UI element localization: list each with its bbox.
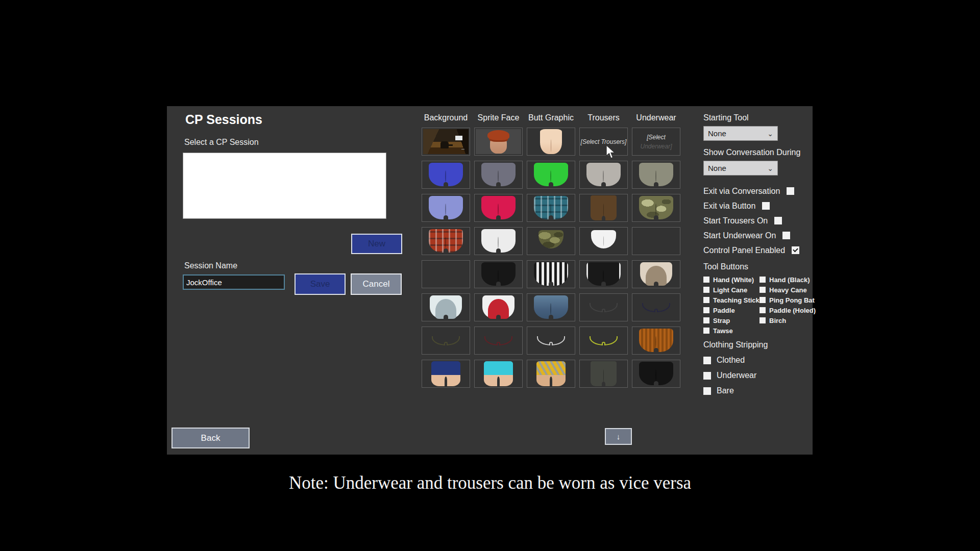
grid-cell-r7-c1[interactable] <box>422 327 470 355</box>
clothing-row-bare: Bare <box>703 383 815 398</box>
save-button[interactable]: Save <box>295 273 346 295</box>
checkbox-exit-via-button[interactable] <box>762 202 770 210</box>
clothing-label: Clothed <box>717 356 745 365</box>
grid-cell-r6-c1[interactable] <box>422 293 470 321</box>
grid-cell-r7-c5[interactable] <box>632 327 680 355</box>
grid-cell-r8-c5[interactable] <box>632 360 680 388</box>
checkbox-heavy-cane[interactable] <box>760 287 766 293</box>
checkbox-paddle[interactable] <box>703 307 709 313</box>
tool-label: Strap <box>713 317 730 324</box>
grid-cell-r4-c4[interactable] <box>579 227 628 255</box>
checkbox-clothed[interactable] <box>703 357 711 364</box>
option-label: Start Trousers On <box>703 216 768 226</box>
option-row-start-trousers-on: Start Trousers On <box>703 213 815 228</box>
grid-cell-r4-c3[interactable] <box>527 227 575 255</box>
cancel-button[interactable]: Cancel <box>351 273 402 295</box>
checkbox-birch[interactable] <box>760 317 766 323</box>
black-track-trousers-thumbnail <box>586 262 621 286</box>
session-listbox[interactable] <box>183 153 386 219</box>
grid-column-headers: BackgroundSprite FaceButt GraphicTrouser… <box>422 113 680 122</box>
grid-cell-r1-c1[interactable] <box>422 128 470 156</box>
grid-cell-r5-c5[interactable] <box>632 260 680 288</box>
new-button[interactable]: New <box>351 234 402 254</box>
checkbox-bare[interactable] <box>703 387 711 395</box>
checkbox-exit-via-conversation[interactable] <box>787 187 794 195</box>
grid-cell-r6-c4[interactable] <box>579 293 628 321</box>
cream-jock-thumbnail <box>640 262 672 286</box>
checkbox-hand-black[interactable] <box>760 277 766 283</box>
grid-cell-r3-c3[interactable] <box>527 194 575 222</box>
checkbox-start-trousers-on[interactable] <box>774 217 782 224</box>
checkbox-ping-pong-bat[interactable] <box>760 297 766 303</box>
grid-cell-r2-c4[interactable] <box>579 161 628 189</box>
grid-cell-r5-c4[interactable] <box>579 260 628 288</box>
checkbox-start-underwear-on[interactable] <box>782 232 790 239</box>
down-arrow-icon: ↓ <box>617 432 621 441</box>
select-session-label: Select a CP Session <box>184 138 259 147</box>
white-shorts-thumbnail <box>481 229 516 253</box>
tool-label: Paddle <box>713 307 735 314</box>
checkbox-tawse[interactable] <box>703 328 709 334</box>
grid-cell-r2-c3[interactable] <box>527 161 575 189</box>
grid-cell-r1-c2[interactable] <box>474 128 523 156</box>
grid-cell-r8-c4[interactable] <box>579 360 628 388</box>
grid-cell-r1-c4[interactable]: [Select Trousers] <box>579 128 628 156</box>
grid-cell-r6-c2[interactable] <box>474 293 523 321</box>
checkbox-underwear[interactable] <box>703 372 711 380</box>
gray-boxers-thumbnail <box>481 163 516 186</box>
checkbox-hand-white[interactable] <box>703 277 709 283</box>
tool-row-paddle: Paddle <box>703 305 760 315</box>
grid-cell-r2-c5[interactable] <box>632 161 680 189</box>
checkbox-control-panel-enabled[interactable] <box>792 246 799 254</box>
grid-cell-r3-c4[interactable] <box>579 194 628 222</box>
grid-cell-r8-c3[interactable] <box>527 360 575 388</box>
grid-cell-r7-c2[interactable] <box>474 327 523 355</box>
grid-cell-r1-c5[interactable]: [SelectUnderwear] <box>632 128 680 156</box>
dark-briefs-outline-thumbnail <box>590 303 618 312</box>
grid-cell-r8-c1[interactable] <box>422 360 470 388</box>
checkbox-teaching-stick[interactable] <box>703 297 709 303</box>
cp-sessions-panel: CP Sessions Select a CP Session New Sess… <box>167 106 813 455</box>
grid-cell-r4-c1[interactable] <box>422 227 470 255</box>
back-button[interactable]: Back <box>172 428 250 448</box>
tool-label: Birch <box>769 317 786 324</box>
grid-cell-r5-c3[interactable] <box>527 260 575 288</box>
tool-buttons-left-column: Hand (White)Light CaneTeaching StickPadd… <box>703 274 760 336</box>
tool-label: Tawse <box>713 327 733 335</box>
option-row-exit-via-button: Exit via Button <box>703 198 815 213</box>
checkbox-light-cane[interactable] <box>703 287 709 293</box>
grid-cell-r5-c1[interactable] <box>422 260 470 288</box>
checkbox-paddle-holed[interactable] <box>760 307 766 313</box>
option-row-control-panel-enabled: Control Panel Enabled <box>703 243 815 258</box>
grid-cell-r7-c3[interactable] <box>527 327 575 355</box>
grid-cell-r7-c4[interactable] <box>579 327 628 355</box>
grid-cell-r4-c5[interactable] <box>632 227 680 255</box>
grid-cell-r3-c5[interactable] <box>632 194 680 222</box>
grid-cell-r2-c2[interactable] <box>474 161 523 189</box>
grid-cell-r5-c2[interactable] <box>474 260 523 288</box>
black-long-shorts-thumbnail <box>639 362 673 385</box>
checkbox-strap[interactable] <box>703 317 709 323</box>
option-row-exit-via-conversation: Exit via Conversation <box>703 184 815 198</box>
grid-cell-r1-c3[interactable] <box>527 128 575 156</box>
session-name-input[interactable] <box>183 274 285 290</box>
tool-buttons-right-column: Hand (Black)Heavy CanePing Pong BatPaddl… <box>760 274 815 336</box>
grid-cell-r6-c3[interactable] <box>527 293 575 321</box>
option-label: Start Underwear On <box>703 231 776 240</box>
grid-cell-r8-c2[interactable] <box>474 360 523 388</box>
clothing-stripping-heading: Clothing Stripping <box>703 340 815 349</box>
tool-label: Light Cane <box>713 286 747 294</box>
tool-row-birch: Birch <box>760 315 815 325</box>
grid-cell-r4-c2[interactable] <box>474 227 523 255</box>
starting-tool-select[interactable]: None ⌄ <box>703 126 778 141</box>
show-conversation-select[interactable]: None ⌄ <box>703 161 778 176</box>
light-gray-boxers-thumbnail <box>586 163 621 186</box>
clothing-label: Underwear <box>717 371 756 380</box>
show-conversation-value: None <box>708 164 726 172</box>
grid-cell-r3-c2[interactable] <box>474 194 523 222</box>
scroll-down-button[interactable]: ↓ <box>605 428 632 445</box>
grid-cell-r6-c5[interactable] <box>632 293 680 321</box>
grid-cell-r2-c1[interactable] <box>422 161 470 189</box>
tool-row-tawse: Tawse <box>703 325 760 336</box>
grid-cell-r3-c1[interactable] <box>422 194 470 222</box>
